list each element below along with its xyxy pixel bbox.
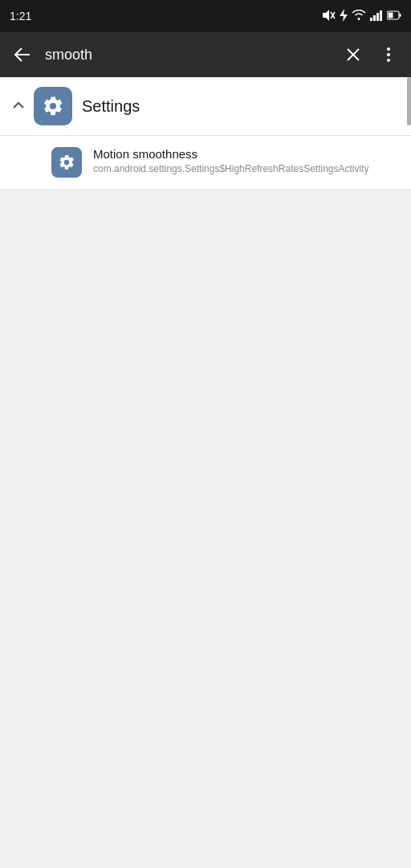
battery-icon [387,10,401,23]
settings-app-icon-small [51,147,82,178]
result-subtitle: com.android.settings.Settings$HighRefres… [93,162,398,176]
empty-area [0,190,411,833]
result-item[interactable]: Motion smoothness com.android.settings.S… [0,136,411,190]
status-icons [323,9,401,24]
svg-rect-10 [389,12,393,18]
result-title: Motion smoothness [93,147,398,161]
content-area: Settings Motion smoothness com.android.s… [0,77,411,833]
svg-rect-9 [400,14,401,17]
group-title: Settings [82,97,140,116]
collapse-icon[interactable] [13,100,24,113]
back-button[interactable] [6,39,39,71]
search-bar: smooth [0,32,411,77]
gear-icon-small [58,154,75,171]
settings-app-icon-large [34,87,72,125]
status-time: 1:21 [10,10,31,23]
svg-point-15 [387,53,390,56]
search-text: smooth [45,47,92,63]
result-text: Motion smoothness com.android.settings.S… [93,147,398,176]
signal-icon [370,10,383,23]
svg-rect-7 [380,10,382,21]
svg-point-14 [387,47,390,51]
lightning-icon [340,9,348,24]
svg-rect-4 [370,18,372,21]
status-bar: 1:21 [0,0,411,32]
mute-icon [323,10,336,23]
svg-rect-5 [373,15,376,21]
svg-marker-3 [340,9,348,22]
svg-point-16 [387,59,390,62]
clear-button[interactable] [337,39,369,71]
group-header[interactable]: Settings [0,77,411,136]
search-input-area[interactable]: smooth [45,32,331,77]
scrollbar[interactable] [407,77,411,125]
svg-marker-0 [323,10,329,21]
wifi-icon [352,10,366,23]
more-options-button[interactable] [372,39,405,71]
search-actions [337,39,405,71]
svg-rect-6 [376,13,379,21]
gear-icon-large [42,95,64,117]
settings-group: Settings Motion smoothness com.android.s… [0,77,411,190]
